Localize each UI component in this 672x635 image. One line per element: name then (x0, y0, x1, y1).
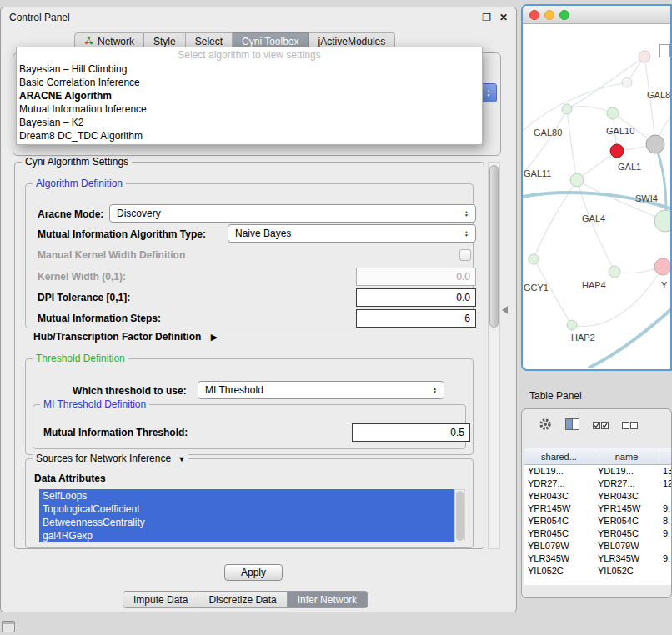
show-columns-icon[interactable] (565, 418, 579, 433)
zoom-traffic-light[interactable] (559, 10, 569, 20)
table-cell: YDL19... (524, 465, 594, 478)
panel-collapse-arrow-icon[interactable] (502, 306, 508, 314)
which-threshold-select[interactable]: MI Threshold ▲▼ (198, 381, 444, 399)
sources-legend[interactable]: Sources for Network Inference ▼ (33, 452, 188, 464)
minimized-panel-icon[interactable] (2, 621, 15, 632)
attribute-item-betweennesscentrality[interactable]: BetweennessCentrality (39, 516, 454, 529)
network-node-label[interactable]: SWI4 (635, 193, 658, 203)
algorithm-option-mutual-information-inference[interactable]: Mutual Information Inference (17, 102, 482, 116)
network-node-label[interactable]: HAP4 (582, 280, 606, 290)
table-row[interactable]: YPR145WYPR145W9. (524, 502, 672, 515)
column-header-1[interactable]: name (594, 448, 659, 464)
network-node[interactable] (570, 173, 584, 187)
attribute-item-topologicalcoefficient[interactable]: TopologicalCoefficient (39, 502, 454, 516)
float-window-icon[interactable]: ❐ (482, 12, 491, 23)
cyni-bottom-tabs: Impute DataDiscretize DataInfer Network (123, 591, 368, 608)
table-toolbar (522, 409, 671, 442)
network-node[interactable] (654, 258, 670, 275)
network-node-label[interactable]: GCY1 (524, 282, 549, 292)
network-edge[interactable] (524, 109, 567, 172)
network-node[interactable] (607, 108, 619, 119)
table-cell: YDR27... (594, 478, 659, 490)
network-node[interactable] (610, 144, 624, 158)
mi-steps-input[interactable] (356, 309, 476, 328)
close-window-icon[interactable]: ✕ (499, 12, 508, 23)
network-toolbar-fragment[interactable] (659, 44, 670, 58)
network-node[interactable] (529, 254, 539, 264)
network-node[interactable] (622, 78, 632, 88)
manual-kernel-checkbox[interactable] (459, 249, 471, 261)
algorithm-option-bayesian-hill-climbing[interactable]: Bayesian – Hill Climbing (17, 62, 482, 76)
network-node-label[interactable]: GAL10 (606, 126, 634, 136)
table-row[interactable]: YIL052CYIL052C (524, 565, 672, 578)
data-attributes-list: SelfLoopsTopologicalCoefficientBetweenne… (39, 489, 454, 542)
network-edge[interactable] (655, 144, 666, 221)
network-edge[interactable] (567, 107, 613, 113)
table-row[interactable]: YER054CYER054C8. (524, 515, 672, 528)
settings-scrollbar[interactable] (488, 162, 500, 549)
network-node[interactable] (562, 104, 572, 114)
close-traffic-light[interactable] (529, 10, 539, 20)
network-node-label[interactable]: GAL1 (618, 162, 641, 172)
column-header-0[interactable]: shared... (524, 448, 594, 464)
attribute-item-gal4rgexp[interactable]: gal4RGexp (39, 529, 454, 542)
bottom-tab-impute-data[interactable]: Impute Data (123, 591, 198, 608)
settings-scrollbar-thumb[interactable] (489, 165, 499, 328)
table-row[interactable]: YBR043CYBR043C (524, 490, 672, 502)
aracne-mode-select[interactable]: Discovery ▲▼ (109, 204, 476, 222)
dpi-tolerance-input[interactable] (356, 288, 476, 307)
table-row[interactable]: YLR345WYLR345W9. (524, 552, 672, 565)
algorithm-option-aracne-algorithm[interactable]: ARACNE Algorithm (17, 89, 482, 102)
network-node-label[interactable]: GAL8 (647, 90, 670, 100)
network-node-label[interactable]: Y (661, 280, 668, 290)
table-cell: YER054C (594, 515, 659, 528)
minimize-traffic-light[interactable] (544, 10, 554, 20)
network-node-label[interactable]: HAP2 (571, 332, 595, 342)
network-tab-icon (84, 36, 93, 48)
network-node[interactable] (567, 320, 577, 330)
select-all-columns-icon[interactable] (593, 418, 609, 433)
deselect-all-columns-icon[interactable] (622, 418, 638, 433)
network-edge[interactable] (577, 151, 617, 180)
network-canvas[interactable]: GAL8GAL80GAL10GAL11GAL1SWI4GAL4GCY1HAP4Y… (523, 24, 670, 368)
table-cell: YBL079W (524, 540, 594, 552)
mi-type-label: Mutual Information Algorithm Type: (38, 228, 206, 240)
network-node[interactable] (639, 51, 650, 62)
mi-type-select[interactable]: Naive Bayes ▲▼ (228, 224, 476, 242)
table-cell: 8. (659, 515, 672, 528)
network-node[interactable] (646, 135, 664, 153)
table-row[interactable]: YBR045CYBR045C9. (524, 528, 672, 540)
table-panel-title: Table Panel (521, 386, 672, 406)
bottom-tab-infer-network[interactable]: Infer Network (288, 591, 368, 608)
network-edge[interactable] (567, 57, 644, 109)
network-edge[interactable] (644, 57, 655, 144)
table-row[interactable]: YDR27...YDR27...12 (524, 478, 672, 490)
mi-threshold-input[interactable] (352, 423, 470, 442)
column-header-2[interactable] (659, 448, 672, 464)
bottom-tab-discretize-data[interactable]: Discretize Data (198, 591, 287, 608)
attributes-scrollbar[interactable] (454, 489, 465, 542)
table-row[interactable]: YDL19...YDL19...13 (524, 465, 672, 478)
kernel-width-input[interactable] (356, 268, 476, 286)
algorithm-option-basic-correlation-inference[interactable]: Basic Correlation Inference (17, 76, 482, 89)
network-canvas-svg[interactable]: GAL8GAL80GAL10GAL11GAL1SWI4GAL4GCY1HAP4Y… (523, 24, 670, 368)
network-node[interactable] (609, 266, 620, 278)
network-edge[interactable] (589, 310, 670, 368)
algorithm-option-dream8-dc-tdc-algorithm[interactable]: Dream8 DC_TDC Algorithm (17, 129, 482, 142)
table-cell: 9. (659, 502, 672, 515)
apply-button[interactable]: Apply (224, 564, 283, 581)
attribute-item-selfloops[interactable]: SelfLoops (39, 489, 454, 502)
network-node-label[interactable]: GAL80 (534, 128, 562, 138)
settings-gear-icon[interactable] (539, 418, 552, 434)
algorithm-combo-stepper-fragment[interactable]: ▲ ▼ (480, 83, 497, 102)
network-node-label[interactable]: GAL4 (582, 213, 605, 223)
collapse-down-icon: ▼ (178, 455, 185, 463)
network-node-label[interactable]: GAL11 (524, 168, 551, 178)
table-row[interactable]: YBL079WYBL079W (524, 540, 672, 552)
attributes-scrollbar-thumb[interactable] (456, 491, 464, 541)
hub-definition-toggle[interactable]: Hub/Transcription Factor Definition ▶ (33, 331, 218, 342)
network-edge[interactable] (567, 109, 577, 180)
network-node[interactable] (654, 210, 670, 232)
cyni-settings-group: Cyni Algorithm Settings Algorithm Defini… (14, 162, 484, 549)
algorithm-option-bayesian-k2[interactable]: Bayesian – K2 (17, 116, 482, 129)
